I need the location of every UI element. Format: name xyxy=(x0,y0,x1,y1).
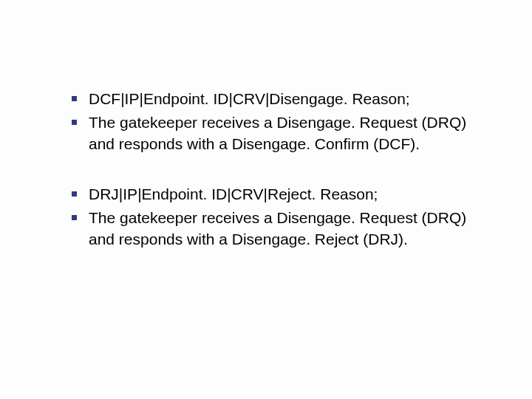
list-item: DCF|IP|Endpoint. ID|CRV|Disengage. Reaso… xyxy=(59,89,488,109)
bullet-icon xyxy=(59,208,89,220)
bullet-text: DRJ|IP|Endpoint. ID|CRV|Reject. Reason; xyxy=(89,184,488,205)
slide: DCF|IP|Endpoint. ID|CRV|Disengage. Reaso… xyxy=(0,0,532,399)
bullet-icon xyxy=(59,184,89,197)
list-item: The gatekeeper receives a Disengage. Req… xyxy=(59,112,488,154)
bullet-group-1: DCF|IP|Endpoint. ID|CRV|Disengage. Reaso… xyxy=(59,89,488,154)
bullet-text: DCF|IP|Endpoint. ID|CRV|Disengage. Reaso… xyxy=(89,89,488,109)
bullet-icon xyxy=(59,89,89,101)
bullet-group-2: DRJ|IP|Endpoint. ID|CRV|Reject. Reason; … xyxy=(59,184,488,250)
bullet-icon xyxy=(59,112,89,125)
bullet-text: The gatekeeper receives a Disengage. Req… xyxy=(89,208,488,250)
list-item: The gatekeeper receives a Disengage. Req… xyxy=(59,208,488,250)
list-item: DRJ|IP|Endpoint. ID|CRV|Reject. Reason; xyxy=(59,184,488,205)
bullet-text: The gatekeeper receives a Disengage. Req… xyxy=(89,112,488,154)
